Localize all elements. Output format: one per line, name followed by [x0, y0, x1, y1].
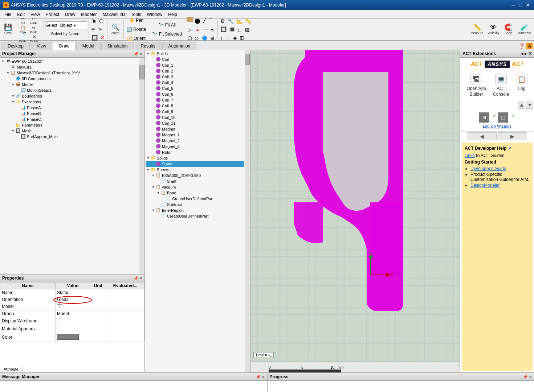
- model-tree-item[interactable]: 🟣Magnet_2: [146, 138, 244, 144]
- prop-value-wireframe[interactable]: [55, 317, 90, 325]
- tool-icon-9[interactable]: ↕: [219, 34, 224, 42]
- shape-icon-12[interactable]: ⊕: [209, 34, 216, 42]
- tab-draw[interactable]: Draw: [53, 42, 76, 50]
- properties-controls[interactable]: 📌 ✕: [134, 276, 142, 280]
- project-tree-item[interactable]: ▼⚡Excitations: [1, 99, 144, 105]
- model-tree-item[interactable]: 🟣Coil_7: [146, 97, 244, 103]
- model-tree-item[interactable]: 🟣Coil_1: [146, 62, 244, 68]
- model-tree-item[interactable]: 🟣Coil_6: [146, 91, 244, 97]
- model-tree-scrollbar[interactable]: [245, 50, 250, 372]
- cut-button[interactable]: ✂ Cut: [18, 16, 28, 25]
- model-tree-item[interactable]: 🟣Coil_9: [146, 109, 244, 115]
- model-tree-item[interactable]: 🟣Coil_2: [146, 68, 244, 74]
- arc-icon[interactable]: ⌒: [207, 17, 215, 25]
- tool-icon-7[interactable]: ⬚: [237, 25, 244, 33]
- prop-value-orientation[interactable]: Global: [55, 296, 90, 303]
- snap-button[interactable]: 🧲 Snap: [502, 20, 515, 38]
- close-button[interactable]: ✕: [525, 2, 531, 8]
- design-modeler-link[interactable]: DesignModeler,: [470, 183, 501, 188]
- project-tree-item[interactable]: 📐Parameters: [1, 122, 144, 128]
- tab-results[interactable]: Results: [135, 42, 162, 50]
- model-tree-item[interactable]: 🟣Coil_8: [146, 103, 244, 109]
- wireframe-checkbox[interactable]: [57, 318, 62, 323]
- prop-value-group[interactable]: Model: [55, 310, 90, 317]
- tab-model[interactable]: Model: [76, 42, 101, 50]
- menu-maxwell2d[interactable]: Maxwell 2D: [100, 11, 128, 18]
- properties-pin-icon[interactable]: 📌: [134, 276, 138, 280]
- model-tree-item[interactable]: ▼📋Band: [146, 190, 244, 196]
- shape-icon-11[interactable]: 🔷: [200, 34, 209, 42]
- save-button[interactable]: 💾 Save: [1, 20, 15, 38]
- shape-icon-8[interactable]: ∿: [209, 26, 216, 34]
- minimize-button[interactable]: ─: [510, 2, 517, 8]
- message-manager-controls[interactable]: 📌 ✕: [256, 375, 265, 379]
- materials-button[interactable]: 🧪 Materials: [515, 20, 533, 38]
- project-tree-item[interactable]: ▼📋Maxwell2DDesign1 (Transient, XY)*: [1, 70, 144, 76]
- model-tree-item[interactable]: ▼📋B35A300_2DSF0.950: [146, 173, 244, 178]
- fit-selected-button[interactable]: 🔭 Fit Selected: [151, 30, 183, 38]
- model-tree-item[interactable]: 🟣Rotor: [146, 149, 244, 155]
- model-tree-item[interactable]: 🟣Coil_3: [146, 74, 244, 80]
- draw-icon-6[interactable]: ✕: [99, 34, 106, 42]
- project-tree-item[interactable]: 🔷3D Components: [1, 76, 144, 82]
- act-links-link[interactable]: Links: [465, 153, 475, 158]
- tab-automation[interactable]: Automation: [162, 42, 197, 50]
- project-tree-item[interactable]: 📊PhaseA: [1, 105, 144, 111]
- model-tree-item[interactable]: ▼📋InnerRegion: [146, 207, 244, 213]
- tool-icon-6[interactable]: 🔳: [228, 25, 236, 33]
- model-tree-item[interactable]: 🟣Coil_4: [146, 80, 244, 86]
- project-tree-item[interactable]: ⚙MaxCir1: [1, 64, 144, 70]
- model-tree-item[interactable]: ▼📁Sheets: [146, 167, 244, 173]
- prop-value-material[interactable]: [55, 325, 90, 333]
- rotate-button[interactable]: 🔄 Rotate: [125, 25, 148, 34]
- project-tree-item[interactable]: 🔄MotionSetup1: [1, 87, 144, 93]
- progress-controls[interactable]: 📌 ✕: [523, 375, 532, 379]
- progress-close-icon[interactable]: ✕: [529, 375, 532, 379]
- titlebar-controls[interactable]: ─ □ ✕: [510, 2, 531, 8]
- model-tree-item[interactable]: 🟣Coil_5: [146, 86, 244, 91]
- undo-button[interactable]: ↩ Undo: [29, 16, 39, 25]
- zoom-button[interactable]: 🔍 Zoom: [109, 20, 122, 38]
- act-down-arrow[interactable]: ▼: [526, 101, 533, 109]
- tab-view[interactable]: View: [30, 42, 52, 50]
- tab-simulation[interactable]: Simulation: [101, 42, 134, 50]
- model-tree-scroll[interactable]: ▼📁Solids 🟣Coil 🟣Coil_1 🟣Coil_2 🟣Coil_3 🟣…: [145, 50, 250, 372]
- draw-icon-3[interactable]: ✏: [90, 25, 97, 33]
- line-icon[interactable]: ╱: [202, 17, 207, 25]
- tool-icon-10[interactable]: ↔: [224, 34, 232, 42]
- help-icon[interactable]: ❓: [519, 43, 525, 49]
- model-tree-item[interactable]: 🟣Magnet: [146, 126, 244, 132]
- progress-pin-icon[interactable]: 📌: [523, 375, 527, 379]
- model-tree-item[interactable]: 📄CreateUserDefinedPart: [146, 196, 244, 202]
- attribute-tab[interactable]: Attribute: [0, 366, 23, 372]
- model-tree-item[interactable]: ▼📋vacuum: [146, 184, 244, 190]
- draw-icon-4[interactable]: ✂: [97, 25, 104, 33]
- menu-file[interactable]: File: [1, 11, 14, 18]
- model-tree-item[interactable]: 🟣Magnet_3: [146, 144, 244, 149]
- pan-button[interactable]: ✋ Pan: [125, 16, 148, 25]
- model-tree-item[interactable]: 🟣Coil: [146, 57, 244, 62]
- orient-button[interactable]: 🧭 Orient: [125, 34, 148, 43]
- msg-pin-icon[interactable]: 📌: [256, 375, 260, 379]
- tool-icon-11[interactable]: ◈: [232, 34, 238, 42]
- material-checkbox[interactable]: [57, 326, 62, 331]
- menu-project[interactable]: Project: [43, 11, 62, 18]
- delete-button[interactable]: ✕ Delete: [29, 34, 40, 43]
- model-tree-item[interactable]: 🟣Stator: [146, 161, 244, 167]
- circle-icon[interactable]: ⬤: [193, 17, 201, 25]
- tool-icon-2[interactable]: 🔧: [227, 17, 235, 25]
- pin-icon[interactable]: 📌: [134, 52, 138, 56]
- select-by-name-button[interactable]: Select by Name: [44, 30, 87, 37]
- shape-icon-5[interactable]: ▷: [187, 26, 193, 34]
- model-tree-item[interactable]: 📄Shaft: [146, 178, 244, 184]
- redo-button[interactable]: ↪ Redo: [29, 25, 39, 34]
- model-checkbox[interactable]: ✓: [57, 304, 62, 309]
- shape-icon-6[interactable]: 🔺: [193, 26, 201, 34]
- act-header-controls[interactable]: ◂ ▸ ✕: [521, 51, 532, 56]
- log-button[interactable]: 📋 Log: [516, 74, 527, 97]
- model-tree-item[interactable]: 📄CreateUserDefinedPart: [146, 213, 244, 219]
- project-tree-item[interactable]: ▼🔗Boundaries: [1, 93, 144, 99]
- act-collapse-arrow[interactable]: ◂: [521, 51, 523, 56]
- properties-close-icon[interactable]: ✕: [139, 276, 142, 280]
- rect-icon[interactable]: [187, 17, 193, 22]
